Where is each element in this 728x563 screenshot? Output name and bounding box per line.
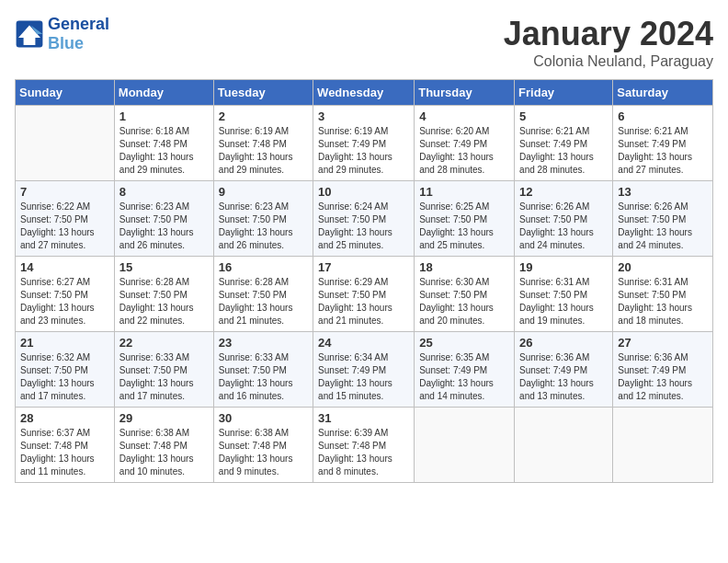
- day-number: 3: [318, 109, 409, 123]
- header-friday: Friday: [515, 80, 613, 106]
- day-number: 19: [519, 260, 608, 274]
- day-number: 26: [519, 336, 608, 350]
- day-number: 15: [119, 260, 209, 274]
- day-number: 31: [318, 411, 409, 425]
- calendar-cell: 27Sunrise: 6:36 AM Sunset: 7:49 PM Dayli…: [613, 332, 713, 408]
- calendar-week-row: 14Sunrise: 6:27 AM Sunset: 7:50 PM Dayli…: [16, 257, 713, 332]
- day-number: 18: [419, 260, 509, 274]
- cell-info: Sunrise: 6:31 AM Sunset: 7:50 PM Dayligh…: [618, 276, 708, 327]
- calendar-cell: 26Sunrise: 6:36 AM Sunset: 7:49 PM Dayli…: [515, 332, 613, 408]
- header-thursday: Thursday: [415, 80, 515, 106]
- calendar-cell: 24Sunrise: 6:34 AM Sunset: 7:49 PM Dayli…: [313, 332, 415, 408]
- calendar-cell: 6Sunrise: 6:21 AM Sunset: 7:49 PM Daylig…: [613, 106, 713, 181]
- day-number: 1: [119, 109, 209, 123]
- cell-info: Sunrise: 6:36 AM Sunset: 7:49 PM Dayligh…: [618, 351, 708, 403]
- day-number: 27: [618, 336, 708, 350]
- cell-info: Sunrise: 6:33 AM Sunset: 7:50 PM Dayligh…: [219, 351, 308, 403]
- calendar-cell: 3Sunrise: 6:19 AM Sunset: 7:49 PM Daylig…: [313, 106, 415, 181]
- calendar-cell: 13Sunrise: 6:26 AM Sunset: 7:50 PM Dayli…: [613, 181, 713, 257]
- cell-info: Sunrise: 6:39 AM Sunset: 7:48 PM Dayligh…: [318, 427, 409, 478]
- calendar-cell: 29Sunrise: 6:38 AM Sunset: 7:48 PM Dayli…: [114, 408, 213, 483]
- page-header: General Blue January 2024 Colonia Neulan…: [15, 15, 713, 70]
- cell-info: Sunrise: 6:25 AM Sunset: 7:50 PM Dayligh…: [419, 201, 509, 252]
- cell-info: Sunrise: 6:18 AM Sunset: 7:48 PM Dayligh…: [119, 125, 209, 177]
- day-number: 10: [318, 185, 409, 199]
- day-number: 5: [519, 109, 608, 123]
- header-wednesday: Wednesday: [313, 80, 415, 106]
- cell-info: Sunrise: 6:28 AM Sunset: 7:50 PM Dayligh…: [119, 276, 209, 327]
- cell-info: Sunrise: 6:21 AM Sunset: 7:49 PM Dayligh…: [618, 125, 708, 177]
- day-number: 24: [318, 336, 409, 350]
- calendar-cell: 15Sunrise: 6:28 AM Sunset: 7:50 PM Dayli…: [114, 257, 213, 332]
- day-number: 14: [20, 260, 109, 274]
- day-number: 29: [119, 411, 209, 425]
- cell-info: Sunrise: 6:22 AM Sunset: 7:50 PM Dayligh…: [20, 201, 109, 252]
- calendar-cell: 11Sunrise: 6:25 AM Sunset: 7:50 PM Dayli…: [415, 181, 515, 257]
- day-number: 20: [618, 260, 708, 274]
- logo-general: General: [48, 15, 109, 34]
- calendar-week-row: 1Sunrise: 6:18 AM Sunset: 7:48 PM Daylig…: [16, 106, 713, 181]
- calendar-cell: 22Sunrise: 6:33 AM Sunset: 7:50 PM Dayli…: [114, 332, 213, 408]
- calendar-cell: 20Sunrise: 6:31 AM Sunset: 7:50 PM Dayli…: [613, 257, 713, 332]
- cell-info: Sunrise: 6:26 AM Sunset: 7:50 PM Dayligh…: [519, 201, 608, 252]
- cell-info: Sunrise: 6:34 AM Sunset: 7:49 PM Dayligh…: [318, 351, 409, 403]
- cell-info: Sunrise: 6:38 AM Sunset: 7:48 PM Dayligh…: [219, 427, 308, 478]
- day-number: 21: [20, 336, 109, 350]
- header-sunday: Sunday: [16, 80, 115, 106]
- logo-blue: Blue: [48, 34, 109, 53]
- calendar-cell: [16, 106, 115, 181]
- calendar-cell: 7Sunrise: 6:22 AM Sunset: 7:50 PM Daylig…: [16, 181, 115, 257]
- day-number: 28: [20, 411, 109, 425]
- day-number: 11: [419, 185, 509, 199]
- cell-info: Sunrise: 6:23 AM Sunset: 7:50 PM Dayligh…: [119, 201, 209, 252]
- calendar-cell: 12Sunrise: 6:26 AM Sunset: 7:50 PM Dayli…: [515, 181, 613, 257]
- location: Colonia Neuland, Paraguay: [504, 53, 713, 70]
- day-number: 13: [618, 185, 708, 199]
- calendar-cell: 10Sunrise: 6:24 AM Sunset: 7:50 PM Dayli…: [313, 181, 415, 257]
- cell-info: Sunrise: 6:37 AM Sunset: 7:48 PM Dayligh…: [20, 427, 109, 478]
- calendar-cell: 5Sunrise: 6:21 AM Sunset: 7:49 PM Daylig…: [515, 106, 613, 181]
- day-number: 25: [419, 336, 509, 350]
- calendar-cell: 30Sunrise: 6:38 AM Sunset: 7:48 PM Dayli…: [213, 408, 313, 483]
- calendar-cell: 28Sunrise: 6:37 AM Sunset: 7:48 PM Dayli…: [16, 408, 115, 483]
- calendar-cell: 16Sunrise: 6:28 AM Sunset: 7:50 PM Dayli…: [213, 257, 313, 332]
- day-number: 30: [219, 411, 308, 425]
- month-year: January 2024: [504, 15, 713, 53]
- calendar-cell: 9Sunrise: 6:23 AM Sunset: 7:50 PM Daylig…: [213, 181, 313, 257]
- cell-info: Sunrise: 6:29 AM Sunset: 7:50 PM Dayligh…: [318, 276, 409, 327]
- calendar-week-row: 28Sunrise: 6:37 AM Sunset: 7:48 PM Dayli…: [16, 408, 713, 483]
- calendar-cell: 25Sunrise: 6:35 AM Sunset: 7:49 PM Dayli…: [415, 332, 515, 408]
- cell-info: Sunrise: 6:32 AM Sunset: 7:50 PM Dayligh…: [20, 351, 109, 403]
- cell-info: Sunrise: 6:35 AM Sunset: 7:49 PM Dayligh…: [419, 351, 509, 403]
- day-number: 12: [519, 185, 608, 199]
- day-number: 8: [119, 185, 209, 199]
- day-number: 17: [318, 260, 409, 274]
- day-number: 2: [219, 109, 308, 123]
- calendar-cell: [415, 408, 515, 483]
- cell-info: Sunrise: 6:33 AM Sunset: 7:50 PM Dayligh…: [119, 351, 209, 403]
- logo-icon: [15, 19, 44, 49]
- calendar-cell: 17Sunrise: 6:29 AM Sunset: 7:50 PM Dayli…: [313, 257, 415, 332]
- cell-info: Sunrise: 6:31 AM Sunset: 7:50 PM Dayligh…: [519, 276, 608, 327]
- cell-info: Sunrise: 6:23 AM Sunset: 7:50 PM Dayligh…: [219, 201, 308, 252]
- header-tuesday: Tuesday: [213, 80, 313, 106]
- calendar-cell: [515, 408, 613, 483]
- day-number: 6: [618, 109, 708, 123]
- header-monday: Monday: [114, 80, 213, 106]
- cell-info: Sunrise: 6:38 AM Sunset: 7:48 PM Dayligh…: [119, 427, 209, 478]
- calendar-cell: 19Sunrise: 6:31 AM Sunset: 7:50 PM Dayli…: [515, 257, 613, 332]
- cell-info: Sunrise: 6:28 AM Sunset: 7:50 PM Dayligh…: [219, 276, 308, 327]
- header-saturday: Saturday: [613, 80, 713, 106]
- cell-info: Sunrise: 6:27 AM Sunset: 7:50 PM Dayligh…: [20, 276, 109, 327]
- calendar-week-row: 7Sunrise: 6:22 AM Sunset: 7:50 PM Daylig…: [16, 181, 713, 257]
- calendar-cell: 2Sunrise: 6:19 AM Sunset: 7:48 PM Daylig…: [213, 106, 313, 181]
- calendar-week-row: 21Sunrise: 6:32 AM Sunset: 7:50 PM Dayli…: [16, 332, 713, 408]
- calendar-cell: [613, 408, 713, 483]
- calendar-cell: 4Sunrise: 6:20 AM Sunset: 7:49 PM Daylig…: [415, 106, 515, 181]
- cell-info: Sunrise: 6:24 AM Sunset: 7:50 PM Dayligh…: [318, 201, 409, 252]
- calendar-cell: 23Sunrise: 6:33 AM Sunset: 7:50 PM Dayli…: [213, 332, 313, 408]
- calendar-header-row: SundayMondayTuesdayWednesdayThursdayFrid…: [16, 80, 713, 106]
- cell-info: Sunrise: 6:26 AM Sunset: 7:50 PM Dayligh…: [618, 201, 708, 252]
- calendar-cell: 8Sunrise: 6:23 AM Sunset: 7:50 PM Daylig…: [114, 181, 213, 257]
- cell-info: Sunrise: 6:20 AM Sunset: 7:49 PM Dayligh…: [419, 125, 509, 177]
